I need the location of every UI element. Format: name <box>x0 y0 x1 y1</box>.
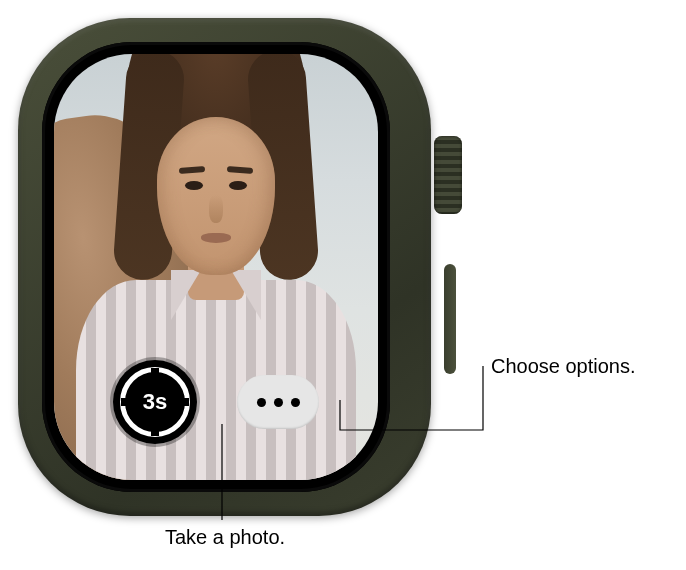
more-options-button[interactable] <box>237 375 319 429</box>
apple-watch-device: 3s <box>18 18 448 516</box>
callout-options: Choose options. <box>491 355 636 378</box>
watch-screen: 3s <box>42 42 390 492</box>
ellipsis-icon <box>274 398 283 407</box>
side-button[interactable] <box>444 264 456 374</box>
shutter-timer-label: 3s <box>143 389 167 415</box>
ellipsis-icon <box>291 398 300 407</box>
callout-shutter: Take a photo. <box>165 526 285 549</box>
ellipsis-icon <box>257 398 266 407</box>
camera-viewfinder[interactable]: 3s <box>54 54 378 480</box>
digital-crown[interactable] <box>434 136 462 214</box>
shutter-button[interactable]: 3s <box>113 360 197 444</box>
camera-controls: 3s <box>54 360 378 444</box>
watch-case: 3s <box>18 18 431 516</box>
